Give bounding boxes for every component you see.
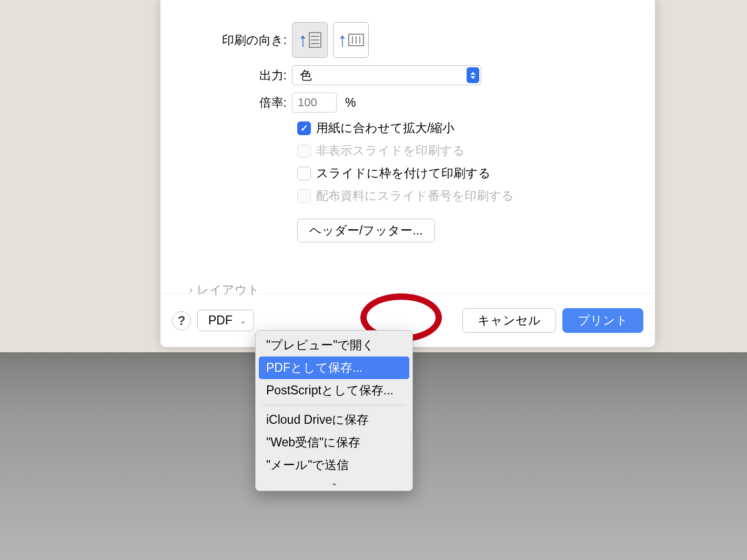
help-button[interactable]: ? <box>172 311 191 330</box>
menu-send-mail[interactable]: "メール"で送信 <box>256 454 412 476</box>
print-slide-number-label: 配布資料にスライド番号を印刷する <box>316 188 514 204</box>
landscape-doc-icon <box>348 34 364 46</box>
print-dialog: 印刷の向き: ↑ ↑ 出力: 色 <box>160 0 655 347</box>
checkbox-disabled-icon <box>297 189 311 203</box>
divider <box>160 293 655 294</box>
fit-to-paper-checkbox-row[interactable]: ✓ 用紙に合わせて拡大/縮小 <box>297 120 655 136</box>
portrait-doc-icon <box>309 32 321 48</box>
output-value: 色 <box>300 67 312 84</box>
cancel-button[interactable]: キャンセル <box>462 308 556 333</box>
scale-label: 倍率: <box>160 95 292 111</box>
fit-to-paper-label: 用紙に合わせて拡大/縮小 <box>316 120 455 136</box>
checkbox-disabled-icon <box>297 144 311 158</box>
arrow-up-icon: ↑ <box>298 29 308 51</box>
header-footer-button[interactable]: ヘッダー/フッター... <box>297 219 435 242</box>
scale-input[interactable] <box>292 93 337 113</box>
menu-separator <box>262 405 406 405</box>
print-frame-checkbox-row[interactable]: スライドに枠を付けて印刷する <box>297 165 655 181</box>
orientation-landscape-button[interactable]: ↑ <box>333 22 369 58</box>
chevron-down-icon: ⌄ <box>240 317 246 325</box>
orientation-portrait-button[interactable]: ↑ <box>292 22 328 58</box>
output-label: 出力: <box>160 67 292 84</box>
pdf-dropdown-button[interactable]: PDF ⌄ <box>197 310 254 331</box>
menu-save-as-pdf[interactable]: PDFとして保存... <box>259 357 409 379</box>
print-button[interactable]: プリント <box>562 308 643 333</box>
checkbox-checked-icon: ✓ <box>297 121 311 135</box>
output-select[interactable]: 色 <box>292 65 481 85</box>
print-frame-label: スライドに枠を付けて印刷する <box>316 165 491 181</box>
pdf-popup-menu: "プレビュー"で開く PDFとして保存... PostScriptとして保存..… <box>255 330 413 491</box>
layout-disclosure-label: レイアウト <box>197 282 260 298</box>
menu-save-web[interactable]: "Web受信"に保存 <box>256 431 412 454</box>
print-hidden-label: 非表示スライドを印刷する <box>316 142 465 159</box>
print-hidden-checkbox-row: 非表示スライドを印刷する <box>297 142 655 159</box>
checkbox-unchecked-icon <box>297 167 311 180</box>
menu-save-icloud[interactable]: iCloud Driveに保存 <box>256 409 412 431</box>
percent-label: % <box>345 96 356 110</box>
menu-open-preview[interactable]: "プレビュー"で開く <box>256 334 412 357</box>
select-arrows-icon <box>467 67 479 83</box>
menu-more-chevron-icon[interactable]: ⌄ <box>256 476 412 487</box>
arrow-up-icon: ↑ <box>338 29 347 51</box>
pdf-button-label: PDF <box>208 313 233 328</box>
layout-disclosure[interactable]: › レイアウト <box>189 282 260 298</box>
orientation-label: 印刷の向き: <box>160 32 292 48</box>
menu-save-as-postscript[interactable]: PostScriptとして保存... <box>256 379 412 402</box>
print-slide-number-checkbox-row: 配布資料にスライド番号を印刷する <box>297 188 655 204</box>
